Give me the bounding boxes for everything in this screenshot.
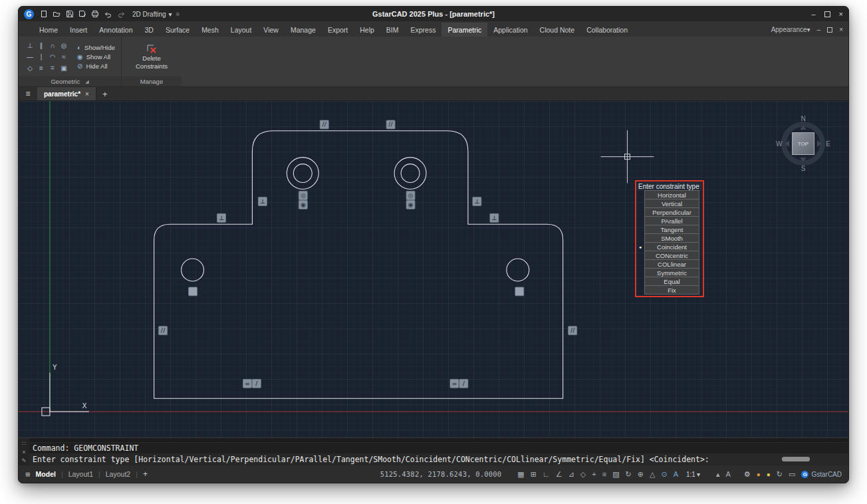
constraint-option-parallel[interactable]: PArallel — [644, 216, 699, 225]
tab-mesh[interactable]: Mesh — [195, 23, 225, 37]
lineweight-icon[interactable]: ≡ — [602, 470, 606, 478]
isoplane-icon[interactable]: ⊿ — [568, 470, 574, 479]
zoom-icon[interactable]: ⊙ — [661, 470, 667, 479]
coincident-constraint-icon[interactable]: ◇ — [25, 63, 35, 73]
collinear-constraint-icon[interactable]: ≡ — [36, 63, 47, 73]
tab-parametric[interactable]: Parametric — [441, 23, 487, 37]
horizontal-constraint-icon[interactable]: — — [25, 51, 35, 62]
constraint-option-vertical[interactable]: Vertical — [644, 199, 699, 208]
undo-icon[interactable] — [104, 10, 112, 18]
viewcube-arrow-north[interactable] — [800, 126, 806, 130]
perpendicular-constraint-icon[interactable]: ⊥ — [25, 40, 35, 51]
constraint-badge-fix-right-circle[interactable] — [515, 287, 524, 296]
minimize-button[interactable]: – — [811, 10, 815, 18]
constraint-badge-parallel-top-left[interactable]: // — [320, 120, 328, 129]
tab-help[interactable]: Help — [354, 23, 380, 37]
doc-restore-button[interactable] — [827, 27, 832, 33]
tab-application[interactable]: Application — [487, 23, 533, 37]
ortho-icon[interactable]: ∟ — [543, 470, 550, 478]
tab-surface[interactable]: Surface — [160, 23, 195, 37]
layout1-tab[interactable]: Layout1 — [68, 470, 93, 478]
constraint-option-concentric[interactable]: CONcentric — [644, 251, 699, 260]
user-annotation-icon[interactable]: A — [674, 470, 678, 478]
open-file-icon[interactable] — [53, 10, 61, 18]
command-prompt-line[interactable]: Enter constraint type [Horizontal/Vertic… — [29, 453, 848, 465]
tab-layout[interactable]: Layout — [225, 23, 258, 37]
constraint-option-symmetric[interactable]: Symmetric — [644, 268, 699, 277]
new-layout-button[interactable]: + — [143, 469, 148, 479]
show-all-button[interactable]: ◉ Show All — [77, 53, 115, 61]
viewcube-arrow-west[interactable] — [785, 140, 789, 147]
osnap-icon[interactable]: ◇ — [580, 470, 586, 479]
annotate-visibility-icon[interactable]: ▴ — [716, 470, 720, 479]
constraint-badge-fix-left-circle[interactable] — [189, 287, 197, 296]
gstarcad-logo-icon[interactable]: G — [24, 9, 34, 19]
constraint-option-smooth[interactable]: SMooth — [644, 233, 699, 243]
qat-customize-icon[interactable]: ≡ — [176, 11, 180, 17]
constraint-option-collinear[interactable]: COLlinear — [644, 259, 699, 269]
drawing-canvas[interactable]: Y X // // ⊥ ⊥ — [19, 101, 848, 438]
annotation-scale-control[interactable]: 1:1 ▾ — [686, 471, 700, 478]
tab-annotation[interactable]: Annotation — [93, 23, 138, 37]
license-status-icon[interactable]: ● — [757, 471, 761, 478]
constraint-badge-equal-bottom-left[interactable]: = / — [243, 379, 261, 388]
polar-tracking-icon[interactable]: ∠ — [556, 470, 562, 479]
selection-cycling-icon[interactable]: ↻ — [626, 470, 632, 479]
viewcube-west[interactable]: W — [776, 140, 782, 148]
parallel-constraint-icon[interactable]: ∥ — [36, 40, 47, 51]
clean-screen-icon[interactable]: ▭ — [789, 470, 795, 479]
otrack-icon[interactable]: + — [592, 470, 596, 478]
tab-collaboration[interactable]: Collaboration — [580, 23, 634, 37]
command-scrollbar-thumb[interactable] — [782, 457, 810, 461]
new-drawing-tab-button[interactable]: + — [96, 87, 114, 100]
sync-icon[interactable]: ↻ — [777, 470, 783, 479]
save-icon[interactable] — [66, 10, 74, 18]
delete-constraints-button[interactable]: Delete Constraints — [128, 41, 176, 72]
fix-constraint-icon[interactable]: ▣ — [59, 63, 69, 73]
snap-icon[interactable]: ⊞ — [531, 470, 537, 479]
vertical-constraint-icon[interactable]: | — [36, 51, 47, 62]
hide-all-button[interactable]: ⊘ Hide All — [77, 63, 115, 70]
symmetric-constraint-icon[interactable]: ≈ — [59, 51, 69, 62]
restore-button[interactable] — [824, 11, 830, 17]
show-hide-button[interactable]: ◐ Show/Hide — [77, 44, 115, 51]
constraint-badge-parallel-top-right[interactable]: // — [386, 120, 395, 129]
constraint-badge-concentric-left-hole[interactable]: ◎ ◉ — [299, 191, 307, 209]
layout2-tab[interactable]: Layout2 — [106, 470, 130, 478]
constraint-badge-parallel-left-edge[interactable]: // — [159, 326, 168, 335]
tab-home[interactable]: Home — [33, 23, 64, 37]
settings-gear-icon[interactable]: ⚙ — [744, 470, 751, 479]
viewcube-east[interactable]: E — [826, 140, 830, 148]
appearance-dropdown[interactable]: Appearance▾ — [771, 26, 810, 33]
drawing-menu-icon[interactable]: ≡ — [19, 87, 37, 100]
new-file-icon[interactable] — [40, 10, 48, 18]
tab-view[interactable]: View — [257, 23, 285, 37]
redo-icon[interactable] — [117, 10, 126, 18]
workspace-selector[interactable]: 2D Drafting ▾ — [132, 11, 172, 18]
status-menu-icon[interactable]: ≡ — [25, 469, 31, 479]
constraint-badge-perpendicular-left-wall[interactable]: ⊥ — [258, 197, 267, 205]
close-button[interactable]: × — [839, 10, 843, 18]
viewcube-top-face[interactable]: TOP — [792, 132, 814, 155]
constraint-badge-parallel-right-edge[interactable]: // — [568, 326, 577, 335]
tab-3d[interactable]: 3D — [139, 23, 160, 37]
osnap-3d-icon[interactable]: △ — [650, 470, 655, 479]
constraint-option-equal[interactable]: Equal — [644, 277, 699, 286]
viewcube-arrow-east[interactable] — [817, 140, 821, 147]
model-tab[interactable]: Model — [36, 470, 56, 478]
constraint-option-perpendicular[interactable]: Perpendicular — [644, 207, 699, 217]
grid-icon[interactable]: ▦ — [517, 470, 524, 479]
plot-icon[interactable] — [91, 10, 99, 18]
constraint-badge-perpendicular-right-shoulder[interactable]: ⊥ — [490, 213, 499, 222]
tab-bim[interactable]: BIM — [380, 23, 405, 37]
viewcube[interactable]: N S W E TOP — [775, 116, 831, 172]
annotate-auto-icon[interactable]: A — [726, 470, 731, 478]
dialog-launcher-icon[interactable]: ◢ — [85, 79, 88, 84]
save-as-icon[interactable] — [78, 10, 86, 18]
constraint-option-tangent[interactable]: Tangent — [644, 225, 699, 234]
doc-minimize-button[interactable]: – — [817, 26, 821, 33]
constraint-badge-equal-bottom-right[interactable]: = / — [450, 379, 468, 388]
constraint-badge-perpendicular-right-wall[interactable]: ⊥ — [473, 197, 481, 205]
viewcube-south[interactable]: S — [801, 165, 806, 172]
doc-close-button[interactable]: × — [839, 26, 843, 33]
